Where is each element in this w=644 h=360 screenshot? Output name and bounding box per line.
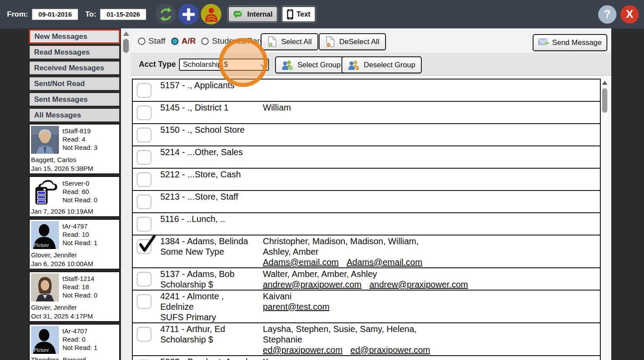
account-students: Kaivaniparent@test.com (263, 291, 437, 322)
phone-icon (287, 9, 293, 20)
sidebar-scrollbar[interactable] (121, 28, 131, 360)
select-group-label: Select Group (297, 61, 341, 69)
account-students (263, 213, 437, 235)
message-date: Jan 15, 2026 5:38PM (31, 165, 118, 172)
account-row: 5157 - ., Applicants (133, 80, 600, 102)
radio-a-r[interactable] (171, 38, 179, 45)
scroll-up-icon[interactable] (602, 81, 607, 85)
message-sender: Theodore, Bernard (31, 356, 118, 360)
account-title: 5213 - ...Store, Staff (160, 191, 263, 212)
radio-staff[interactable] (138, 38, 145, 45)
account-type: Edelnize (160, 301, 263, 312)
email-link[interactable]: ed@praxipower.com (351, 345, 430, 355)
account-title: 4241 - Almonte ,EdelnizeSUFS Primary (160, 291, 263, 322)
message-stats: tServer-0Read: 60Not Read: 0 (62, 178, 97, 206)
account-checkbox[interactable] (137, 194, 152, 209)
plus-icon (181, 7, 196, 22)
account-checkbox[interactable] (137, 128, 152, 142)
account-students: Christopher, Madison, Madison, William, … (263, 235, 437, 267)
contacts-button[interactable] (201, 4, 221, 24)
select-all-label: Select All (281, 38, 312, 46)
deselect-all-icon (325, 36, 335, 48)
message-date: Jan 6, 2026 10:00AM (31, 260, 118, 267)
message-sender: Baggett, Carlos (31, 156, 118, 163)
email-link[interactable]: Adams@email.com (347, 257, 423, 267)
scrollbar-thumb[interactable] (602, 88, 607, 113)
student-names: Laysha, Stephen, Susie, Samy, Helena, St… (263, 324, 437, 345)
account-title: 5116 - ..Lunch, .. (160, 213, 263, 235)
to-date-input[interactable] (100, 9, 146, 20)
help-button[interactable]: ? (598, 5, 616, 24)
message-card[interactable]: tServer-0Read: 60Not Read: 0Jan 7, 2026 … (29, 176, 120, 217)
select-all-button[interactable]: Select All (261, 33, 318, 50)
account-students (263, 169, 437, 190)
account-title: 5150 - ., School Store (160, 124, 263, 145)
send-message-button[interactable]: Send Message (533, 34, 607, 51)
account-checkbox[interactable] (137, 217, 152, 232)
account-type: SUFS Primary (160, 312, 263, 322)
sidebar-tabs: New MessagesRead MessagesReceived Messag… (29, 29, 120, 122)
account-row: 5116 - ..Lunch, .. (133, 213, 600, 235)
refresh-button[interactable] (155, 4, 176, 24)
message-stats: tStaff-819Read: 4Not Read: 3 (62, 126, 97, 154)
chat-bubble-icon (233, 10, 244, 19)
sidebar-tab-new-messages[interactable]: New Messages (29, 29, 120, 44)
close-button[interactable]: X (620, 5, 639, 24)
sidebar-tab-sent-not-read[interactable]: Sent/Not Read (29, 76, 120, 91)
acct-type-bar: Acct Type Scholarship $ Select Group (131, 54, 611, 76)
message-card[interactable]: tStaff-819Read: 4Not Read: 3Baggett, Car… (29, 124, 120, 174)
list-scrollbar[interactable] (602, 80, 608, 360)
account-checkbox[interactable] (137, 294, 152, 309)
main-panel: StaffA/RStudents/Parents Select All DeSe… (131, 28, 611, 360)
send-message-icon (538, 38, 549, 47)
email-link[interactable]: andrew@praxipower.com (263, 280, 362, 289)
message-stats: tAr-4707Read: 0Not Read: 1 (62, 326, 97, 354)
server-icon (31, 178, 59, 206)
select-group-button[interactable]: Select Group (275, 56, 347, 73)
account-title: 5212 - ...Store, Cash (160, 169, 263, 190)
message-card[interactable]: tStaff-1214Read: 18Not Read: 0Glover, Je… (29, 271, 120, 322)
account-checkbox[interactable] (137, 105, 152, 120)
message-sender: Glover, Jennifer (31, 304, 118, 311)
account-students: William (263, 102, 437, 123)
text-label: Text (296, 10, 310, 18)
from-date-input[interactable] (32, 9, 78, 20)
text-tab-button[interactable]: Text (282, 6, 316, 22)
deselect-all-button[interactable]: DeSelect All (319, 33, 386, 50)
sidebar-tab-sent-messages[interactable]: Sent Messages (29, 92, 120, 107)
account-checkbox[interactable] (137, 327, 152, 342)
account-checkbox[interactable] (137, 172, 152, 187)
acct-type-select[interactable]: Scholarship $ (179, 59, 269, 71)
checkmark-icon (138, 233, 157, 254)
add-button[interactable] (178, 4, 199, 24)
deselect-group-button[interactable]: Deselect Group (341, 56, 422, 73)
email-link[interactable]: ed@praxipower.com (263, 345, 343, 355)
message-date: Jan 7, 2026 10:19AM (31, 208, 118, 215)
message-card[interactable]: PicturetAr-4797Read: 10Not Read: 1Glover… (29, 219, 120, 270)
close-icon: X (626, 8, 634, 21)
message-card[interactable]: PicturetAr-4707Read: 0Not Read: 1Theodor… (29, 324, 120, 360)
scroll-up-icon[interactable] (123, 31, 129, 36)
sidebar-tab-all-messages[interactable]: All Messages (29, 108, 120, 122)
radio-students-parents[interactable] (201, 38, 209, 45)
sidebar-tab-read-messages[interactable]: Read Messages (29, 45, 120, 59)
account-checkbox[interactable] (137, 83, 152, 98)
email-link[interactable]: andrew@praxipower.com (369, 280, 468, 289)
svg-text:Picture: Picture (33, 242, 49, 248)
picture-placeholder: Picture (31, 221, 59, 249)
email-link[interactable]: Adams@email.com (263, 257, 339, 267)
message-stats: tStaff-1214Read: 18Not Read: 0 (62, 273, 97, 301)
account-checkbox[interactable] (137, 272, 152, 287)
account-title: 5137 - Adams, BobScholarship $ (160, 268, 263, 290)
select-group-icon (282, 60, 293, 70)
email-links: andrew@praxipower.comandrew@praxipower.c… (263, 279, 437, 290)
recipient-type-bar: StaffA/RStudents/Parents Select All DeSe… (131, 28, 611, 54)
scrollbar-thumb[interactable] (123, 39, 129, 53)
student-names: William (263, 102, 437, 113)
account-title: 5214 - ...Other, Sales (160, 146, 263, 168)
account-checkbox[interactable] (137, 150, 152, 165)
internal-tab-button[interactable]: Internal (228, 6, 278, 22)
email-link[interactable]: parent@test.com (263, 302, 330, 312)
sidebar-tab-received-messages[interactable]: Received Messages (29, 61, 120, 75)
svg-text:Picture: Picture (33, 347, 49, 353)
